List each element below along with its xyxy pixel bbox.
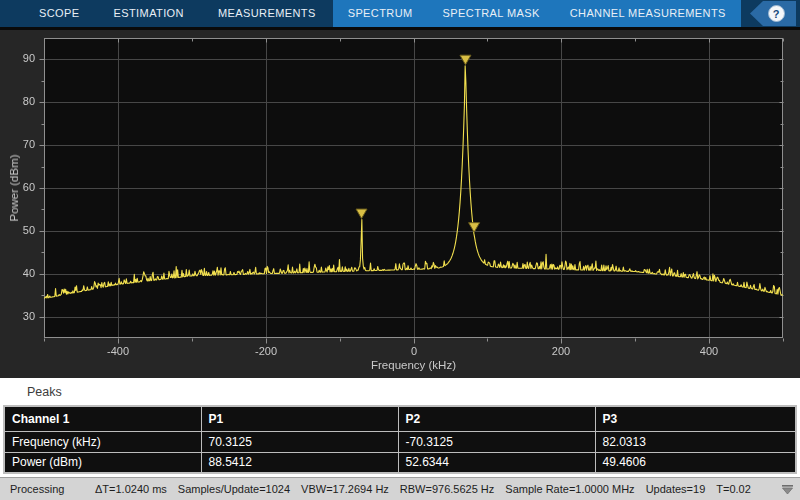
status-samples-update: Samples/Update=1024 [178, 483, 290, 495]
frequency-p1-value: 70.3125 [201, 431, 398, 452]
peaks-table-header-row: Channel 1 P1 P2 P3 [4, 406, 796, 431]
frequency-p2-value: -70.3125 [398, 431, 595, 452]
power-p2-value: 52.6344 [398, 452, 595, 473]
tab-measurements[interactable]: MEASUREMENTS [201, 0, 333, 27]
peaks-table: Channel 1 P1 P2 P3 Frequency (kHz) 70.31… [3, 405, 797, 474]
peaks-header-p2: P2 [398, 406, 595, 431]
tab-spectral-mask[interactable]: SPECTRAL MASK [428, 0, 555, 27]
peaks-header-channel: Channel 1 [4, 406, 201, 431]
spectrum-analyzer-window: SCOPE ESTIMATION MEASUREMENTS SPECTRUM S… [0, 0, 800, 500]
spectrum-plot-panel: Power (dBm) Frequency (kHz) [0, 30, 800, 378]
spectrum-chart-canvas[interactable] [0, 30, 800, 378]
peaks-power-row: Power (dBm) 88.5412 52.6344 49.4606 [4, 452, 796, 473]
status-sample-rate: Sample Rate=1.0000 MHz [505, 483, 634, 495]
tab-scope[interactable]: SCOPE [22, 0, 97, 27]
tab-estimation[interactable]: ESTIMATION [97, 0, 201, 27]
tab-spectrum[interactable]: SPECTRUM [333, 0, 428, 27]
status-processing-label: Processing [0, 483, 95, 495]
peaks-header-p3: P3 [595, 406, 796, 431]
tab-group-contextual: SPECTRUM SPECTRAL MASK CHANNEL MEASUREME… [333, 0, 741, 27]
tab-group-main: SCOPE ESTIMATION MEASUREMENTS [0, 0, 333, 27]
frequency-p3-value: 82.0313 [595, 431, 796, 452]
status-rbw: RBW=976.5625 Hz [400, 483, 494, 495]
power-row-label: Power (dBm) [4, 452, 201, 473]
expand-statusbar-icon[interactable] [781, 484, 795, 495]
power-p3-value: 49.4606 [595, 452, 796, 473]
status-updates: Updates=19 [646, 483, 706, 495]
tab-channel-measurements[interactable]: CHANNEL MEASUREMENTS [555, 0, 741, 27]
y-axis-label: Power (dBm) [8, 154, 20, 221]
peaks-frequency-row: Frequency (kHz) 70.3125 -70.3125 82.0313 [4, 431, 796, 452]
power-p1-value: 88.5412 [201, 452, 398, 473]
status-delta-t: ΔT=1.0240 ms [95, 483, 167, 495]
peaks-header-p1: P1 [201, 406, 398, 431]
peaks-panel: Peaks Channel 1 P1 P2 P3 Frequency (kHz)… [0, 378, 800, 477]
frequency-row-label: Frequency (kHz) [4, 431, 201, 452]
toolstrip-tabbar: SCOPE ESTIMATION MEASUREMENTS SPECTRUM S… [0, 0, 800, 27]
question-mark-icon: ? [768, 5, 785, 22]
x-axis-label: Frequency (kHz) [44, 359, 783, 371]
status-bar: Processing ΔT=1.0240 ms Samples/Update=1… [0, 477, 800, 500]
status-time: T=0.02 [716, 483, 751, 495]
status-vbw: VBW=17.2694 Hz [301, 483, 389, 495]
peaks-section-title: Peaks [0, 378, 800, 399]
